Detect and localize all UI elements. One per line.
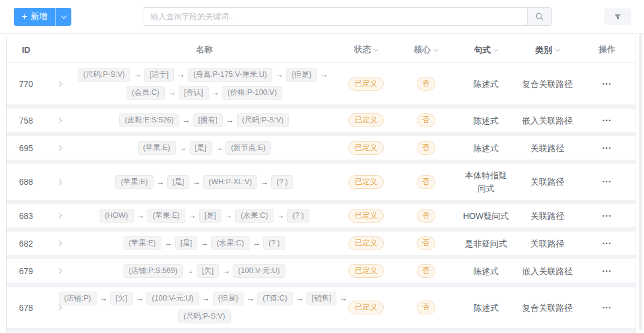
add-more-button[interactable] [55,8,71,26]
arrow-icon: → [276,211,284,220]
expand-row-button[interactable] [46,241,73,245]
row-pattern: HOW疑问式 [456,209,516,223]
arrow-icon: → [157,178,164,187]
path-node-tag: (100:V-元:U) [146,292,198,305]
path-node-tag: (? ) [287,209,309,223]
arrow-icon: → [226,116,234,125]
expand-row-button[interactable] [46,146,73,150]
arrow-icon: → [192,178,200,187]
row-id: 678 [7,303,46,313]
arrow-icon: → [136,294,143,303]
sort-chevron-icon[interactable] [555,46,559,51]
more-actions-button[interactable]: ••• [603,268,612,274]
path-node-tag: [欠] [197,264,219,278]
expand-row-button[interactable] [46,82,73,86]
more-actions-button[interactable]: ••• [603,118,612,124]
arrow-icon: → [202,294,210,303]
path-node-tag: [拥有] [193,113,223,127]
arrow-icon: → [215,143,222,152]
row-id: 679 [7,266,46,276]
path-line: (苹果:E)→[是]→(水果:C)→(? ) [124,236,285,250]
expand-row-button[interactable] [46,214,73,218]
arrow-icon: → [164,239,172,248]
table-row: 688 (苹果:E)→[是]→(WH:P-XL:V)→(? ) 已定义 否 本体… [7,164,636,204]
more-actions-button[interactable]: ••• [603,305,612,311]
path-node-tag: (尺码:P-S:V) [178,310,230,323]
path-node-tag: (苹果:E) [124,236,161,250]
row-pattern: 陈述式 [456,301,516,314]
path-line: (尺码:P-S:V) [178,310,230,323]
table-header: ID 名称 状态 核心 句式 类别 操作 [7,37,636,63]
table-row: 758 (皮鞋:E:S:526)→[拥有]→(尺码:P-S:V) 已定义 否 陈… [7,109,636,136]
arrow-icon: → [186,266,194,275]
chevron-right-icon [56,179,62,185]
expand-row-button[interactable] [46,180,73,184]
chevron-right-icon [56,241,62,247]
more-actions-button[interactable]: ••• [603,213,612,219]
more-actions-button[interactable]: ••• [603,145,612,151]
search-input[interactable] [143,7,528,26]
status-badge: 已定义 [348,141,384,155]
toolbar: + 新增 [0,0,644,34]
header-core-label: 核心 [414,44,431,55]
expand-row-button[interactable] [46,305,73,310]
row-name-path: (皮鞋:E:S:526)→[拥有]→(尺码:P-S:V) [73,113,336,127]
chevron-right-icon [56,81,62,87]
table-row: 695 (苹果:E)→[是]→(新节点:E) 已定义 否 陈述式 关联路径 ••… [7,136,636,164]
row-category: 关联路径 [516,142,579,155]
row-name-path: (HOW)→(苹果:E)→[是]→(水果:C)→(? ) [73,209,336,223]
row-category: 关联路径 [516,175,579,188]
sort-chevron-icon[interactable] [493,46,498,51]
path-node-tag: (T值:C) [257,292,293,305]
row-category: 嵌入关联路径 [516,114,579,127]
header-name: 名称 [73,44,336,55]
core-badge: 否 [417,77,435,91]
arrow-icon: → [320,70,328,79]
header-pattern-label: 句式 [474,43,490,56]
caret-stem-icon [617,17,619,19]
path-line: (皮鞋:E:S:526)→[拥有]→(尺码:P-S:V) [119,113,289,127]
core-badge: 否 [417,209,435,223]
expand-row-button[interactable] [46,118,73,122]
path-node-tag: (100:V-元:U) [233,264,285,278]
row-id: 683 [7,211,46,221]
path-node-tag: {但是} [213,292,243,305]
arrow-icon: → [260,178,268,187]
sort-chevron-icon[interactable] [374,46,378,51]
more-actions-button[interactable]: ••• [603,179,612,185]
core-badge: 否 [417,141,435,155]
arrow-icon: → [296,294,303,303]
status-badge: 已定义 [348,209,384,223]
header-category: 类别 [516,43,579,56]
column-filter-button[interactable] [604,8,631,25]
add-button-label: 新增 [31,11,47,22]
path-node-tag: (苹果:E) [138,141,176,155]
arrow-icon: → [246,294,254,303]
vertical-scrollbar[interactable] [639,34,642,331]
arrow-icon: → [100,294,107,303]
add-button[interactable]: + 新增 [14,8,55,26]
row-pattern: 是非疑问式 [456,237,516,250]
path-node-tag: [是] [167,175,189,189]
more-actions-button[interactable]: ••• [603,81,612,87]
more-actions-button[interactable]: ••• [603,241,612,247]
search-button[interactable] [527,7,552,26]
table-row: 770 (尺码:P-S:V)→[适于]→(身高:P-175:V-厘米:U)→{但… [7,63,636,109]
path-node-tag: [是] [199,209,221,223]
path-node-tag: {但是} [286,68,317,82]
path-node-tag: (? ) [271,175,293,189]
chevron-right-icon [56,305,62,311]
path-node-tag: [销售] [306,292,336,305]
path-node-tag: (苹果:E) [148,209,185,223]
expand-row-button[interactable] [46,269,73,273]
row-name-path: (店铺:P)→[欠]→(100:V-元:U)→{但是}→(T值:C)→[销售]→… [73,292,336,323]
arrow-icon: → [177,70,185,79]
header-id: ID [7,45,46,55]
arrow-icon: → [179,143,186,152]
chevron-right-icon [56,145,62,151]
arrow-icon: → [224,211,232,220]
row-pattern: 陈述式 [456,142,516,155]
sort-chevron-icon[interactable] [434,46,438,51]
row-pattern: 陈述式 [456,114,516,127]
path-node-tag: (? ) [263,236,285,250]
